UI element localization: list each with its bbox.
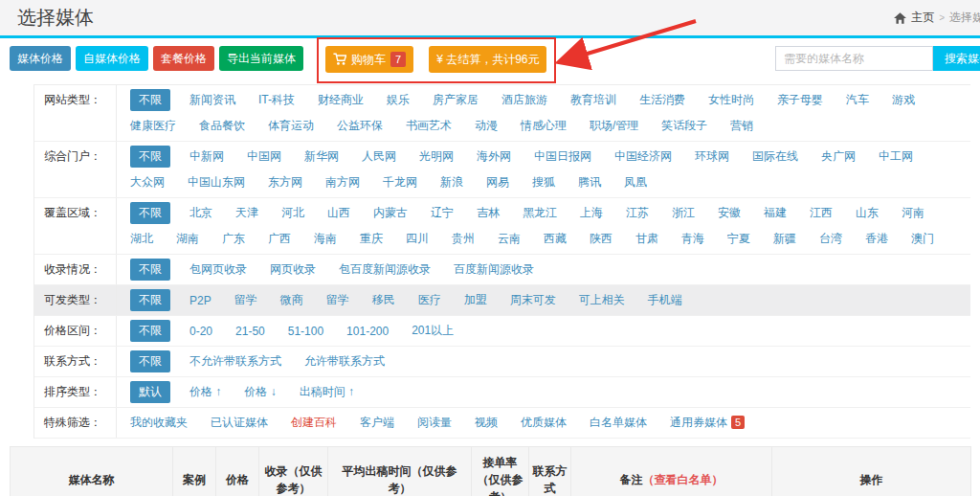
filter-option[interactable]: 广东	[222, 228, 245, 250]
filter-option[interactable]: 甘肃	[635, 228, 658, 250]
filter-option[interactable]: 娱乐	[387, 89, 410, 111]
filter-option[interactable]: 中国经济网	[614, 146, 672, 168]
filter-option[interactable]: 江苏	[626, 202, 649, 224]
filter-option[interactable]: 山西	[327, 202, 350, 224]
checkout-button[interactable]: ¥ 去结算，共计96元	[429, 46, 546, 73]
filter-option[interactable]: 光明网	[419, 146, 454, 168]
filter-option[interactable]: 腾讯	[578, 171, 601, 193]
filter-option[interactable]: 书画艺术	[406, 115, 452, 137]
filter-option[interactable]: 我的收藏夹	[130, 412, 188, 434]
filter-option[interactable]: 内蒙古	[373, 202, 408, 224]
filter-option[interactable]: 通用券媒体5	[670, 412, 745, 434]
filter-option[interactable]: 陕西	[590, 228, 612, 250]
filter-option[interactable]: 价格 ↓	[244, 381, 276, 403]
filter-option[interactable]: 包百度新闻源收录	[339, 259, 431, 281]
filter-option[interactable]: IT-科技	[258, 89, 295, 111]
filter-option[interactable]: 天津	[235, 202, 258, 224]
filter-option[interactable]: 公益环保	[337, 115, 383, 137]
filter-option[interactable]: 吉林	[477, 202, 500, 224]
filter-option[interactable]: 黑龙江	[523, 202, 557, 224]
filter-option[interactable]: 国际在线	[752, 146, 798, 168]
filter-option[interactable]: 留学	[234, 289, 257, 311]
filter-option[interactable]: 河北	[281, 202, 304, 224]
filter-option[interactable]: 白名单媒体	[590, 412, 647, 434]
filter-option[interactable]: 亲子母婴	[777, 89, 823, 111]
filter-option[interactable]: 台湾	[819, 228, 842, 250]
self-media-price-button[interactable]: 自媒体价格	[76, 46, 148, 71]
filter-option[interactable]: 不允许带联系方式	[189, 350, 281, 372]
filter-option[interactable]: 河南	[902, 202, 924, 224]
package-price-button[interactable]: 套餐价格	[153, 46, 214, 71]
filter-option[interactable]: 湖南	[176, 228, 199, 250]
filter-option[interactable]: 千龙网	[383, 171, 417, 193]
filter-option[interactable]: 加盟	[464, 289, 487, 311]
filter-option[interactable]: 海南	[314, 228, 337, 250]
filter-option[interactable]: 山东	[856, 202, 879, 224]
filter-selected-chip[interactable]: 不限	[130, 89, 170, 111]
filter-selected-chip[interactable]: 不限	[130, 320, 170, 342]
filter-option[interactable]: 环球网	[695, 146, 729, 168]
filter-selected-chip[interactable]: 不限	[130, 350, 170, 372]
filter-option[interactable]: 201以上	[412, 320, 454, 342]
filter-option[interactable]: 医疗	[418, 289, 441, 311]
filter-option[interactable]: 澳门	[911, 228, 934, 250]
filter-option[interactable]: 贵州	[452, 228, 475, 250]
filter-option[interactable]: 可上相关	[579, 289, 625, 311]
filter-option[interactable]: 搜狐	[532, 171, 555, 193]
filter-selected-chip[interactable]: 不限	[130, 202, 170, 224]
breadcrumb-home[interactable]: 主页	[911, 10, 934, 26]
filter-option[interactable]: 人民网	[362, 146, 396, 168]
search-input[interactable]	[775, 46, 933, 71]
filter-option[interactable]: 湖北	[130, 228, 153, 250]
filter-option[interactable]: 视频	[475, 412, 498, 434]
filter-option[interactable]: 北京	[189, 202, 212, 224]
filter-option[interactable]: 优质媒体	[521, 412, 567, 434]
filter-option[interactable]: 允许带联系方式	[304, 350, 385, 372]
filter-option[interactable]: 周末可发	[510, 289, 556, 311]
media-price-button[interactable]: 媒体价格	[10, 46, 71, 71]
filter-option[interactable]: 移民	[372, 289, 395, 311]
filter-option[interactable]: 手机端	[648, 289, 682, 311]
search-media-button[interactable]: 搜索媒体	[933, 46, 980, 71]
filter-option[interactable]: 四川	[406, 228, 429, 250]
filter-option[interactable]: 网页收录	[270, 259, 316, 281]
filter-option[interactable]: 21-50	[235, 322, 265, 341]
filter-option[interactable]: 安徽	[718, 202, 741, 224]
filter-option[interactable]: 0-20	[189, 322, 212, 341]
filter-option[interactable]: 房产家居	[433, 89, 479, 111]
filter-option[interactable]: 新闻资讯	[189, 89, 235, 111]
filter-option[interactable]: 凤凰	[624, 171, 647, 193]
filter-option[interactable]: 香港	[865, 228, 888, 250]
filter-option[interactable]: 营销	[730, 115, 753, 137]
filter-option[interactable]: 价格 ↑	[189, 381, 221, 403]
whitelist-link[interactable]: （查看白名单）	[643, 473, 724, 486]
filter-option[interactable]: 体育运动	[268, 115, 314, 137]
filter-option[interactable]: 新浪	[440, 171, 463, 193]
filter-option[interactable]: 出稿时间 ↑	[300, 381, 354, 403]
filter-option[interactable]: 大众网	[130, 171, 165, 193]
filter-option[interactable]: 食品餐饮	[199, 115, 245, 137]
filter-option[interactable]: 已认证媒体	[211, 412, 268, 434]
filter-option[interactable]: 客户端	[360, 412, 394, 434]
filter-option[interactable]: 新华网	[304, 146, 339, 168]
filter-option[interactable]: 央广网	[821, 146, 856, 168]
filter-option[interactable]: 广西	[268, 228, 291, 250]
filter-option[interactable]: 健康医疗	[130, 115, 176, 137]
filter-selected-chip[interactable]: 不限	[130, 289, 170, 311]
filter-option[interactable]: 云南	[498, 228, 521, 250]
filter-option[interactable]: 女性时尚	[708, 89, 754, 111]
filter-option[interactable]: 百度新闻源收录	[454, 259, 534, 281]
filter-option[interactable]: 阅读量	[417, 412, 452, 434]
filter-option[interactable]: 西藏	[544, 228, 567, 250]
filter-option[interactable]: P2P	[189, 291, 212, 310]
filter-option[interactable]: 51-100	[288, 322, 323, 341]
filter-option[interactable]: 海外网	[477, 146, 511, 168]
cart-button[interactable]: 购物车 7	[325, 46, 413, 73]
filter-option[interactable]: 汽车	[846, 89, 869, 111]
filter-option[interactable]: 中国日报网	[534, 146, 591, 168]
filter-selected-chip[interactable]: 不限	[130, 259, 170, 281]
filter-option[interactable]: 教育培训	[570, 89, 616, 111]
filter-option[interactable]: 中工网	[879, 146, 913, 168]
filter-option[interactable]: 辽宁	[431, 202, 454, 224]
filter-option[interactable]: 浙江	[672, 202, 695, 224]
